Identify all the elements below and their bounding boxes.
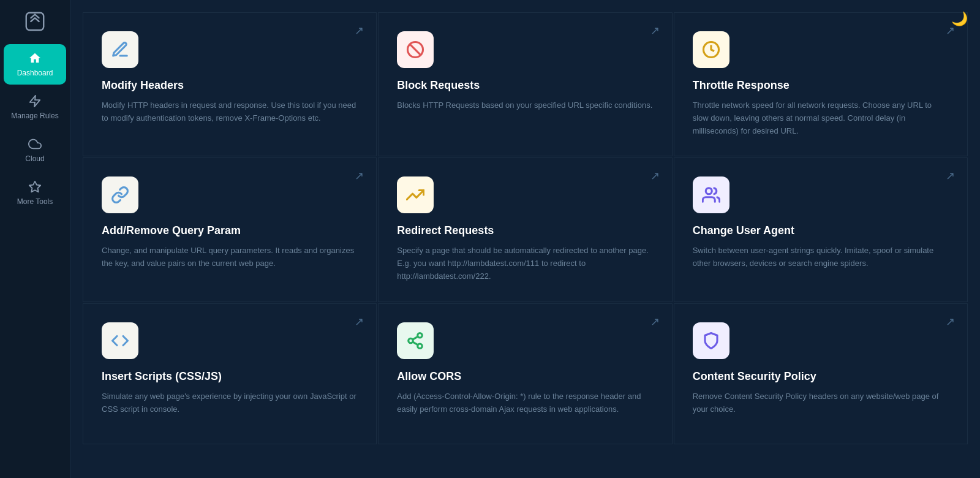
sidebar-item-manage-rules[interactable]: Manage Rules <box>4 87 66 127</box>
svg-point-7 <box>409 338 413 343</box>
redirect-requests-desc: Specify a page that should be automatica… <box>397 245 653 283</box>
sidebar-item-dashboard[interactable]: Dashboard <box>4 44 66 85</box>
user-agent-icon-wrapper <box>693 176 729 213</box>
tool-card-throttle-response[interactable]: ↗ Throttle Response Throttle network spe… <box>674 12 968 156</box>
sidebar-cloud-label: Cloud <box>25 154 44 163</box>
svg-point-8 <box>418 344 423 349</box>
insert-scripts-title: Insert Scripts (CSS/JS) <box>102 370 358 383</box>
tool-card-block-requests[interactable]: ↗ Block Requests Blocks HTTP Requests ba… <box>378 12 672 156</box>
query-param-icon-wrapper <box>102 176 138 213</box>
block-requests-desc: Blocks HTTP Requests based on your speci… <box>397 99 653 112</box>
app-logo[interactable] <box>20 6 50 37</box>
query-param-title: Add/Remove Query Param <box>102 224 358 237</box>
tool-card-content-security[interactable]: ↗ Content Security Policy Remove Content… <box>674 303 968 444</box>
expand-icon: ↗ <box>946 170 955 181</box>
throttle-response-title: Throttle Response <box>693 79 949 92</box>
svg-line-3 <box>410 44 421 55</box>
tool-card-query-param[interactable]: ↗ Add/Remove Query Param Change, and man… <box>83 157 377 302</box>
content-security-desc: Remove Content Security Policy headers o… <box>693 390 949 416</box>
expand-icon: ↗ <box>355 170 364 181</box>
user-agent-title: Change User Agent <box>693 224 949 237</box>
expand-icon: ↗ <box>650 316 660 327</box>
tool-card-modify-headers[interactable]: ↗ Modify Headers Modify HTTP headers in … <box>83 12 377 156</box>
modify-headers-icon-wrapper <box>102 31 138 68</box>
tool-card-insert-scripts[interactable]: ↗ Insert Scripts (CSS/JS) Simulate any w… <box>83 303 377 444</box>
modify-headers-title: Modify Headers <box>102 79 358 92</box>
dark-mode-button[interactable]: 🌙 <box>951 11 968 27</box>
sidebar-item-cloud[interactable]: Cloud <box>4 130 66 170</box>
block-requests-title: Block Requests <box>397 79 653 92</box>
svg-point-6 <box>418 333 423 338</box>
throttle-response-desc: Throttle network speed for all network r… <box>693 99 949 137</box>
expand-icon: ↗ <box>355 25 364 36</box>
content-security-icon-wrapper <box>693 322 729 359</box>
content-security-title: Content Security Policy <box>693 370 949 383</box>
tool-card-redirect-requests[interactable]: ↗ Redirect Requests Specify a page that … <box>378 157 672 302</box>
allow-cors-title: Allow CORS <box>397 370 653 383</box>
sidebar-dashboard-label: Dashboard <box>17 69 53 77</box>
query-param-desc: Change, and manipulate URL query paramet… <box>102 245 358 270</box>
svg-line-10 <box>413 336 418 340</box>
insert-scripts-desc: Simulate any web page's experience by in… <box>102 390 358 416</box>
allow-cors-desc: Add (Access-Control-Allow-Origin: *) rul… <box>397 390 653 416</box>
svg-line-9 <box>413 342 418 345</box>
sidebar-more-tools-label: More Tools <box>17 197 53 206</box>
svg-point-5 <box>706 188 712 194</box>
tools-grid: ↗ Modify Headers Modify HTTP headers in … <box>83 12 968 444</box>
modify-headers-desc: Modify HTTP headers in request and respo… <box>102 99 358 125</box>
redirect-requests-title: Redirect Requests <box>397 224 653 237</box>
svg-marker-1 <box>29 181 40 192</box>
throttle-icon-wrapper <box>693 31 729 68</box>
expand-icon: ↗ <box>946 316 955 327</box>
sidebar-item-more-tools[interactable]: More Tools <box>4 173 66 213</box>
main-content: ↗ Modify Headers Modify HTTP headers in … <box>70 0 980 478</box>
insert-scripts-icon-wrapper <box>102 322 138 359</box>
expand-icon: ↗ <box>650 170 660 181</box>
expand-icon: ↗ <box>650 25 660 36</box>
allow-cors-icon-wrapper <box>397 322 434 359</box>
user-agent-desc: Switch between user-agent strings quickl… <box>693 245 949 270</box>
redirect-icon-wrapper <box>397 176 434 213</box>
expand-icon: ↗ <box>355 316 364 327</box>
tool-card-user-agent[interactable]: ↗ Change User Agent Switch between user-… <box>674 157 968 302</box>
sidebar-manage-rules-label: Manage Rules <box>11 112 58 120</box>
sidebar: Dashboard Manage Rules Cloud More Tools <box>0 0 70 478</box>
block-requests-icon-wrapper <box>397 31 434 68</box>
tool-card-allow-cors[interactable]: ↗ Allow CORS Add (Access-Control-Allow-O… <box>378 303 672 444</box>
